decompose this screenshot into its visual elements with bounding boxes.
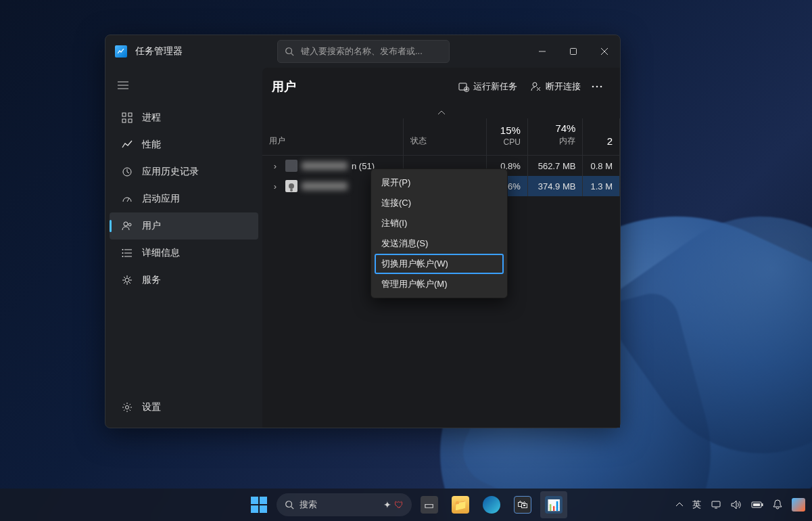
sidebar-item-label: 应用历史记录 [142,166,199,178]
avatar [285,160,297,172]
services-icon [122,275,133,286]
sidebar-item-processes[interactable]: 进程 [110,104,258,131]
ctx-manage-user[interactable]: 管理用户帐户(M) [375,274,504,294]
col-status[interactable]: 状态 [404,118,486,156]
tray-overflow[interactable] [676,503,683,507]
hamburger-button[interactable] [105,74,262,97]
settings-label: 设置 [142,401,161,413]
col-memory[interactable]: 74%内存 [527,118,583,156]
cell-net: 1.3 M [583,176,620,196]
col-user[interactable]: 用户 [262,118,404,156]
search-icon [285,500,294,509]
taskbar-task-view[interactable]: ▭ [416,491,443,518]
sidebar-item-services[interactable]: 服务 [110,267,258,294]
more-button[interactable] [588,81,611,92]
chevron-right-icon[interactable]: › [269,181,281,191]
svg-rect-10 [128,113,132,116]
ctx-signout[interactable]: 注销(I) [375,213,504,233]
cell-mem: 562.7 MB [527,156,583,177]
col-cpu[interactable]: 15%CPU [486,118,527,156]
username-blurred [302,162,348,170]
sidebar-item-app-history[interactable]: 应用历史记录 [110,158,258,185]
chevron-up-icon [438,111,445,115]
tray-app-icon[interactable] [792,498,805,512]
svg-point-16 [128,223,131,226]
taskbar-task-manager[interactable]: 📊 [540,491,567,518]
maximize-button[interactable] [558,40,589,63]
grid-icon [122,112,133,123]
close-button[interactable] [589,40,620,63]
taskbar-explorer[interactable]: 📁 [447,491,474,518]
username-blurred [302,182,348,190]
sidebar-item-label: 服务 [142,274,161,286]
sidebar-settings[interactable]: 设置 [105,394,262,421]
disconnect-button[interactable]: 断开连接 [524,76,588,97]
ctx-connect[interactable]: 连接(C) [375,193,504,213]
minimize-button[interactable] [527,40,558,63]
col-last[interactable]: 2 [583,118,620,156]
svg-point-33 [596,86,598,88]
disconnect-icon [531,81,542,92]
svg-point-29 [533,83,537,87]
toolbar: 用户 运行新任务 断开连接 [262,68,620,106]
svg-line-36 [291,507,293,509]
svg-marker-39 [732,501,736,509]
context-menu: 展开(P) 连接(C) 注销(I) 发送消息(S) 切换用户帐户(W) 管理用户… [371,168,508,298]
sidebar-item-label: 详细信息 [142,247,180,259]
chevron-right-icon[interactable]: › [269,161,281,171]
sidebar-item-startup[interactable]: 启动应用 [110,185,258,212]
taskbar[interactable]: 搜索 ✦🛡 ▭ 📁 🛍 📊 英 [0,489,812,521]
svg-point-15 [124,222,128,226]
app-icon [115,45,127,58]
chart-icon [122,139,133,150]
sidebar-item-label: 启动应用 [142,193,180,205]
cell-net: 0.8 M [583,156,620,177]
svg-line-14 [127,198,129,202]
tray-notification-icon[interactable] [773,499,782,510]
svg-point-23 [125,278,129,282]
sidebar-item-label: 用户 [142,220,161,232]
taskbar-search[interactable]: 搜索 ✦🛡 [277,493,412,516]
sidebar-item-performance[interactable]: 性能 [110,131,258,158]
svg-rect-37 [712,501,720,507]
taskbar-store[interactable]: 🛍 [509,491,536,518]
svg-point-34 [600,86,602,88]
tray-battery-icon[interactable] [751,501,763,509]
tray-network-icon[interactable] [711,500,721,509]
svg-point-35 [285,501,291,507]
search-widgets: ✦🛡 [383,499,404,510]
app-title: 任务管理器 [135,45,183,58]
tray-volume-icon[interactable] [731,500,742,509]
search-placeholder: 键入要搜索的名称、发布者或... [301,45,423,58]
titlebar[interactable]: 任务管理器 键入要搜索的名称、发布者或... [105,35,620,68]
sidebar-item-users[interactable]: 用户 [110,212,258,240]
gear-icon [122,402,133,413]
ctx-switch-user[interactable]: 切换用户帐户(W) [375,254,504,274]
ellipsis-icon [592,85,602,88]
start-button[interactable] [245,491,272,518]
svg-rect-42 [753,503,760,506]
page-title: 用户 [272,78,296,95]
sidebar-item-label: 性能 [142,139,161,151]
search-input[interactable]: 键入要搜索的名称、发布者或... [277,40,450,63]
search-icon [285,47,294,56]
run-task-icon [458,81,469,92]
ctx-expand[interactable]: 展开(P) [375,173,504,193]
cell-mem: 374.9 MB [527,176,583,196]
svg-point-0 [286,48,292,54]
svg-point-20 [122,249,124,250]
run-new-task-button[interactable]: 运行新任务 [452,76,524,97]
task-manager-window: 任务管理器 键入要搜索的名称、发布者或... 进程 性能 [105,35,621,428]
history-icon [122,166,133,177]
taskbar-edge[interactable] [478,491,505,518]
sort-indicator[interactable] [262,106,620,118]
avatar [285,180,297,192]
svg-point-32 [592,86,594,88]
sidebar-item-details[interactable]: 详细信息 [110,240,258,267]
tray-ime[interactable]: 英 [692,499,701,511]
windows-icon [251,497,267,513]
users-icon [122,221,133,231]
sidebar-item-label: 进程 [142,112,161,124]
ctx-send-message[interactable]: 发送消息(S) [375,233,504,254]
svg-rect-11 [122,119,126,122]
